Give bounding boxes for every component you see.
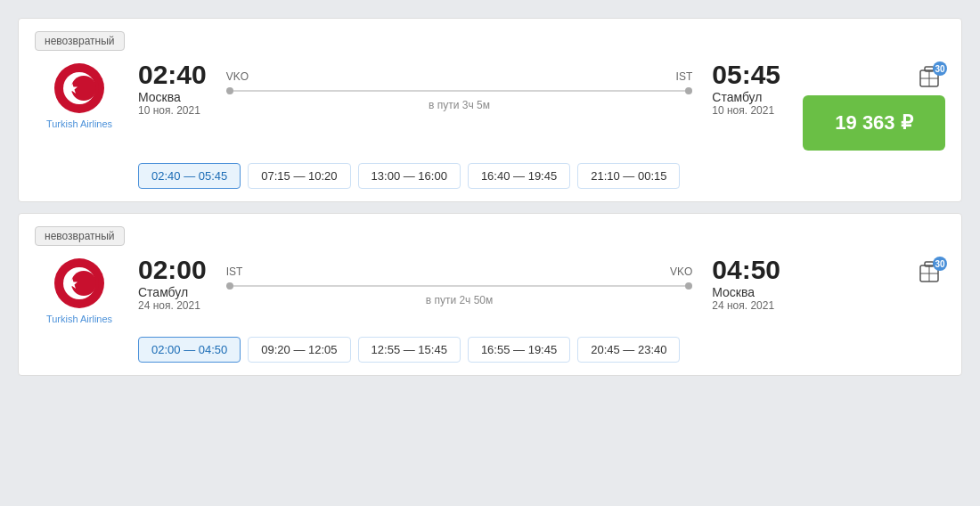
baggage-number: 30 — [933, 257, 947, 271]
time-slot-1[interactable]: 07:15 — 10:20 — [248, 163, 350, 189]
arrival-airport-code: IST — [676, 70, 693, 83]
arrival-date: 24 ноя. 2021 — [712, 299, 780, 312]
baggage-icon-row: 30 — [913, 61, 945, 90]
route-line-section: VKO IST в пути 3ч 5м — [217, 70, 702, 111]
route-line — [226, 282, 693, 290]
arrival-date: 10 ноя. 2021 — [712, 104, 780, 117]
airline-logo-section: Turkish Airlines — [35, 257, 124, 324]
time-slot-2[interactable]: 13:00 — 16:00 — [358, 163, 461, 189]
flight-times-route: 02:00 Стамбул 24 ноя. 2021 IST VKO — [138, 257, 780, 312]
flight-info-section: Turkish Airlines 02:00 Стамбул 24 ноя. 2… — [35, 257, 780, 324]
arrival-time: 04:50 — [712, 257, 780, 283]
non-refundable-badge: невозвратный — [35, 226, 125, 246]
airline-name-label: Turkish Airlines — [46, 118, 112, 129]
departure-time: 02:00 — [138, 257, 207, 283]
route-dot-right — [685, 87, 692, 94]
non-refundable-badge: невозвратный — [35, 31, 125, 51]
price-button[interactable]: 19 363 ₽ — [803, 95, 945, 151]
flight-main-row: Turkish Airlines 02:40 Москва 10 ноя. 20… — [35, 61, 945, 151]
time-slot-3[interactable]: 16:40 — 19:45 — [468, 163, 570, 189]
flight-main-row: Turkish Airlines 02:00 Стамбул 24 ноя. 2… — [35, 257, 945, 324]
flight-times-route: 02:40 Москва 10 ноя. 2021 VKO IST — [138, 61, 780, 117]
route-dot-left — [226, 282, 233, 290]
baggage-number: 30 — [933, 61, 947, 76]
arrival-info: 05:45 Стамбул 10 ноя. 2021 — [712, 61, 780, 117]
airline-logo-section: Turkish Airlines — [35, 61, 124, 129]
right-column: 30 19 363 ₽ — [780, 61, 945, 151]
departure-city: Москва — [138, 90, 207, 104]
route-dot-right — [685, 282, 692, 290]
arrival-time: 05:45 — [712, 61, 780, 88]
flights-container: невозвратный Turkish Airlines 02:40 Моск… — [18, 18, 962, 376]
baggage-badge: 30 — [913, 257, 945, 285]
flight-duration: в пути 2ч 50м — [426, 294, 494, 306]
time-slot-2[interactable]: 12:55 — 15:45 — [358, 337, 461, 363]
departure-airport-code: IST — [226, 265, 243, 278]
time-slot-1[interactable]: 09:20 — 12:05 — [248, 337, 350, 363]
right-column: 30 — [780, 257, 945, 290]
departure-date: 10 ноя. 2021 — [138, 104, 207, 117]
time-slot-0[interactable]: 02:40 — 05:45 — [138, 163, 241, 189]
arrival-info: 04:50 Москва 24 ноя. 2021 — [712, 257, 780, 312]
route-line — [226, 86, 693, 95]
arrival-airport-code: VKO — [670, 265, 692, 278]
time-slot-3[interactable]: 16:55 — 19:45 — [468, 337, 570, 363]
baggage-badge: 30 — [913, 61, 945, 90]
route-line-section: IST VKO в пути 2ч 50м — [217, 265, 702, 306]
time-slots-row: 02:00 — 04:5009:20 — 12:0512:55 — 15:451… — [35, 337, 945, 363]
flight-card-2: невозвратный Turkish Airlines 02:00 Стам… — [18, 213, 962, 376]
departure-time: 02:40 — [138, 61, 207, 88]
airports-row: VKO IST — [226, 70, 693, 83]
airline-logo — [53, 257, 106, 310]
baggage-icon-row: 30 — [913, 257, 945, 285]
airports-row: IST VKO — [226, 265, 693, 278]
time-slot-4[interactable]: 20:45 — 23:40 — [577, 337, 680, 363]
departure-city: Стамбул — [138, 285, 207, 299]
departure-info: 02:40 Москва 10 ноя. 2021 — [138, 61, 207, 117]
airline-logo — [53, 61, 106, 115]
flight-duration: в пути 3ч 5м — [429, 99, 490, 111]
flight-info-section: Turkish Airlines 02:40 Москва 10 ноя. 20… — [35, 61, 780, 129]
time-slot-4[interactable]: 21:10 — 00:15 — [577, 163, 680, 189]
airline-name-label: Turkish Airlines — [46, 314, 112, 324]
flight-card-1: невозвратный Turkish Airlines 02:40 Моск… — [18, 18, 962, 202]
departure-airport-code: VKO — [226, 70, 249, 83]
departure-date: 24 ноя. 2021 — [138, 299, 207, 312]
departure-info: 02:00 Стамбул 24 ноя. 2021 — [138, 257, 207, 312]
time-slot-0[interactable]: 02:00 — 04:50 — [138, 337, 241, 363]
arrival-city: Москва — [712, 285, 780, 299]
time-slots-row: 02:40 — 05:4507:15 — 10:2013:00 — 16:001… — [35, 163, 945, 189]
route-dot-left — [226, 87, 233, 94]
arrival-city: Стамбул — [712, 90, 780, 104]
